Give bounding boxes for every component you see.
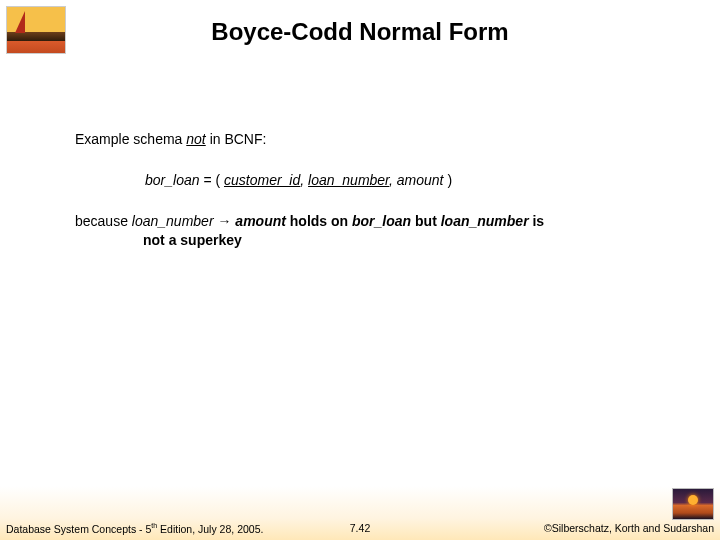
- footer-copyright: ©Silberschatz, Korth and Sudarshan: [544, 522, 714, 534]
- because-mid2: but: [411, 213, 441, 229]
- logo-sunset-icon: [672, 488, 714, 520]
- schema-eq: = (: [200, 172, 225, 188]
- slide-title: Boyce-Codd Normal Form: [0, 18, 720, 46]
- fd-left: loan_number: [132, 213, 214, 229]
- sun-shape: [688, 495, 698, 505]
- because-mid1: holds on: [286, 213, 352, 229]
- because-mid3: is: [529, 213, 545, 229]
- intro-pre: Example schema: [75, 131, 186, 147]
- slide-footer: Database System Concepts - 5th Edition, …: [6, 522, 714, 535]
- schema-key1: customer_id: [224, 172, 300, 188]
- because-word: because: [75, 213, 132, 229]
- because-rel: bor_loan: [352, 213, 411, 229]
- intro-line: Example schema not in BCNF:: [75, 130, 660, 149]
- schema-line: bor_loan = ( customer_id, loan_number, a…: [145, 171, 660, 190]
- footer-book-a: Database System Concepts - 5: [6, 522, 151, 534]
- footer-book-b: Edition, July 28, 2005.: [157, 522, 263, 534]
- because-hang: not a superkey: [143, 231, 660, 250]
- footer-left: Database System Concepts - 5th Edition, …: [6, 522, 263, 535]
- footer-page-number: 7.42: [350, 522, 370, 534]
- slide-content: Example schema not in BCNF: bor_loan = (…: [75, 130, 660, 250]
- because-block: because loan_number → amount holds on bo…: [75, 212, 660, 250]
- slide-title-area: Boyce-Codd Normal Form: [0, 18, 720, 46]
- schema-sep2: ,: [389, 172, 397, 188]
- fd-right: amount: [235, 213, 286, 229]
- intro-post: in BCNF:: [206, 131, 267, 147]
- schema-sep1: ,: [300, 172, 308, 188]
- schema-attr3: amount: [397, 172, 444, 188]
- because-ln2: loan_number: [441, 213, 529, 229]
- intro-not: not: [186, 131, 205, 147]
- schema-key2: loan_number: [308, 172, 389, 188]
- schema-close: ): [444, 172, 453, 188]
- fd-arrow: →: [214, 213, 236, 229]
- schema-relation: bor_loan: [145, 172, 200, 188]
